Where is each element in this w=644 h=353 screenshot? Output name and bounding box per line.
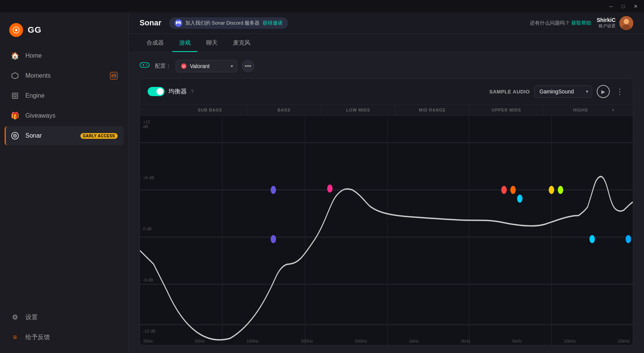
- tab-chat[interactable]: 聊天: [199, 34, 225, 52]
- sidebar-item-giveaways[interactable]: 🎁 Giveaways: [5, 106, 124, 125]
- moments-badge: [110, 72, 118, 80]
- freq-2khz: 2kHz: [461, 339, 470, 343]
- sample-audio-select[interactable]: GamingSound Music Movie Voice: [534, 85, 592, 98]
- eq-point-6: [517, 195, 523, 203]
- content-header: Sonar 加入我们的 Sonar Discord 服务器 获得邀请 还有什么问…: [129, 12, 644, 34]
- eq-point-5: [510, 186, 516, 194]
- svg-point-1: [15, 29, 17, 31]
- highs-dropdown-arrow[interactable]: ▾: [612, 108, 614, 112]
- eq-section: 均衡器 ? SAMPLE AUDIO GamingSound Music Mov…: [140, 78, 633, 345]
- early-access-badge: EARLY ACCESS: [80, 133, 118, 139]
- sample-audio-label: SAMPLE AUDIO: [489, 89, 530, 95]
- svg-point-15: [146, 64, 146, 65]
- close-button[interactable]: ✕: [630, 2, 641, 10]
- sidebar-item-feedback[interactable]: ≡ 给予反馈: [5, 328, 124, 347]
- discord-text: 加入我们的 Sonar Discord 服务器: [185, 20, 260, 27]
- header-left: Sonar 加入我们的 Sonar Discord 服务器 获得邀请: [140, 17, 288, 29]
- sidebar-item-settings[interactable]: ⚙ 设置: [5, 308, 124, 327]
- freq-axis-labels: 20Hz 50Hz 100Hz 200Hz 500Hz 1kHz 2kHz 5k…: [140, 337, 633, 345]
- tabs-bar: 合成器 游戏 聊天 麦克风: [129, 34, 644, 52]
- freq-upper-mids: UPPER MIDS: [469, 105, 544, 115]
- tab-game[interactable]: 游戏: [172, 34, 198, 52]
- svg-point-10: [624, 19, 629, 24]
- eq-point-9: [589, 235, 595, 243]
- discord-banner[interactable]: 加入我们的 Sonar Discord 服务器 获得邀请: [169, 17, 288, 29]
- eq-options-button[interactable]: ⋮: [614, 85, 625, 98]
- config-select-wrapper: V Valorant ▾: [176, 60, 237, 72]
- content-body: 配置： V Valorant ▾ •••: [129, 52, 644, 353]
- header-right: 还有什么问题吗？ 获取帮助 ShirkiC 账户设置: [530, 16, 633, 30]
- giveaways-icon: 🎁: [11, 112, 19, 120]
- svg-rect-4: [12, 93, 18, 98]
- config-select-arrow: ▾: [231, 63, 233, 69]
- eq-point-8: [558, 186, 563, 194]
- sidebar-item-feedback-label: 给予反馈: [25, 333, 118, 341]
- freq-1khz: 1kHz: [409, 339, 419, 343]
- user-info[interactable]: ShirkiC 账户设置: [597, 16, 633, 30]
- sidebar-item-home[interactable]: 🏠 Home: [5, 46, 124, 65]
- freq-mid-range: MID RANGE: [395, 105, 469, 115]
- discord-icon: [175, 19, 182, 27]
- eq-graph: 20Hz 50Hz 100Hz 200Hz 500Hz 1kHz 2kHz 5k…: [140, 116, 633, 345]
- svg-text:V: V: [183, 65, 185, 68]
- minimize-button[interactable]: ─: [606, 2, 616, 10]
- freq-50hz: 50Hz: [195, 339, 205, 343]
- freq-highs: HIGHS ▾: [544, 105, 617, 115]
- sidebar-item-engine[interactable]: Engine: [5, 86, 124, 105]
- eq-point-3: [327, 185, 333, 193]
- eq-point-1: [271, 186, 276, 194]
- engine-icon: [11, 92, 19, 100]
- sonar-icon: [11, 132, 19, 140]
- maximize-button[interactable]: □: [618, 2, 629, 10]
- logo-icon: [9, 23, 23, 37]
- sidebar-item-sonar-label: Sonar: [25, 132, 74, 139]
- config-more-button[interactable]: •••: [242, 60, 254, 72]
- freq-500hz: 500Hz: [355, 339, 367, 343]
- eq-point-7: [549, 186, 554, 194]
- discord-invite-link[interactable]: 获得邀请: [263, 20, 283, 27]
- config-game-select[interactable]: V Valorant ▾: [176, 60, 237, 72]
- sidebar-item-sonar[interactable]: Sonar EARLY ACCESS: [5, 126, 124, 145]
- sidebar-item-giveaways-label: Giveaways: [25, 112, 118, 119]
- avatar: [619, 16, 633, 30]
- freq-200hz: 200Hz: [301, 339, 313, 343]
- config-row: 配置： V Valorant ▾ •••: [140, 60, 633, 72]
- page-title: Sonar: [140, 18, 161, 27]
- main-content: Sonar 加入我们的 Sonar Discord 服务器 获得邀请 还有什么问…: [129, 12, 644, 353]
- help-link[interactable]: 获取帮助: [571, 20, 591, 26]
- eq-curve-svg: [140, 116, 633, 345]
- freq-10khz: 10kHz: [564, 339, 576, 343]
- svg-rect-12: [140, 63, 149, 67]
- freq-20khz: 20kHz: [618, 339, 630, 343]
- eq-point-2: [271, 235, 276, 243]
- eq-toggle[interactable]: [148, 87, 165, 96]
- user-name: ShirkiC: [597, 17, 616, 23]
- feedback-icon: ≡: [11, 333, 19, 341]
- freq-sub-bass: SUB BASS: [173, 105, 247, 115]
- svg-rect-2: [112, 75, 116, 77]
- gamepad-icon: [140, 61, 150, 72]
- tab-mixer[interactable]: 合成器: [140, 34, 171, 52]
- config-label: 配置：: [155, 63, 171, 70]
- play-button[interactable]: ▶: [597, 85, 610, 98]
- eq-help-icon[interactable]: ?: [191, 88, 194, 95]
- home-icon: 🏠: [11, 52, 19, 60]
- config-game-value: Valorant: [190, 63, 210, 69]
- app-logo: GG: [0, 18, 128, 46]
- eq-header-right: SAMPLE AUDIO GamingSound Music Movie Voi…: [489, 85, 625, 98]
- freq-100hz: 100Hz: [247, 339, 259, 343]
- sidebar-item-moments-label: Moments: [25, 72, 104, 79]
- header-help-text: 还有什么问题吗？ 获取帮助: [530, 20, 591, 27]
- freq-low-mids: LOW MIDS: [321, 105, 396, 115]
- eq-header: 均衡器 ? SAMPLE AUDIO GamingSound Music Mov…: [140, 79, 633, 105]
- eq-point-4: [501, 186, 507, 194]
- eq-canvas-area: +12 dB +6 dB 0 dB -6 dB -12 dB: [140, 116, 633, 345]
- user-text: ShirkiC 账户设置: [597, 17, 616, 29]
- svg-point-16: [147, 65, 148, 66]
- user-settings-label: 账户设置: [599, 23, 616, 29]
- sidebar-bottom: ⚙ 设置 ≡ 给予反馈: [0, 303, 128, 347]
- tab-mic[interactable]: 麦克风: [226, 34, 257, 52]
- eq-header-left: 均衡器 ?: [148, 87, 194, 96]
- freq-bass: BASS: [247, 105, 321, 115]
- sidebar-item-moments[interactable]: Moments: [5, 66, 124, 85]
